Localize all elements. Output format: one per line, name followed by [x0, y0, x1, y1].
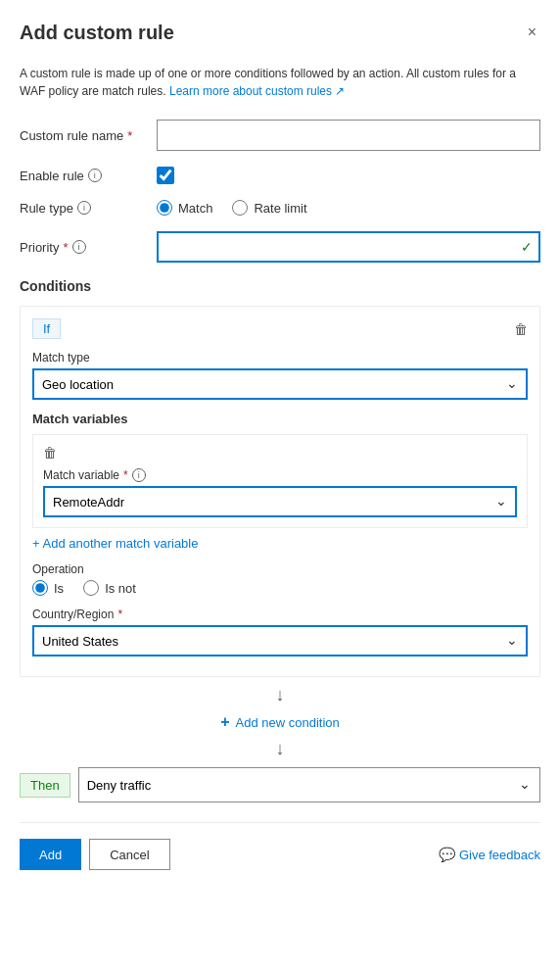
rule-type-match-radio[interactable] [157, 200, 172, 216]
custom-rule-name-input[interactable] [157, 120, 540, 151]
operation-radio-group: Is Is not [32, 580, 528, 596]
priority-label: Priority * i [20, 240, 157, 255]
description-text: A custom rule is made up of one or more … [20, 65, 540, 100]
custom-rule-name-row: Custom rule name * [20, 120, 540, 151]
match-variables-title: Match variables [32, 412, 528, 426]
country-region-field: Country/Region * United States Canada Un… [32, 608, 528, 656]
enable-rule-control [157, 167, 174, 184]
add-condition-plus-icon: + [220, 713, 229, 731]
add-button[interactable]: Add [20, 839, 81, 870]
then-section: Then Deny traffic Allow traffic Log [20, 767, 540, 802]
operation-is-label[interactable]: Is [32, 580, 64, 596]
rule-type-row: Rule type i Match Rate limit [20, 200, 540, 216]
dialog-title: Add custom rule [20, 22, 174, 44]
close-button[interactable]: × [524, 20, 540, 45]
rule-type-control: Match Rate limit [157, 200, 540, 216]
required-indicator: * [127, 128, 132, 143]
give-feedback-link[interactable]: 💬 Give feedback [439, 847, 540, 862]
then-action-select[interactable]: Deny traffic Allow traffic Log [78, 767, 540, 802]
then-action-select-wrapper: Deny traffic Allow traffic Log [78, 767, 540, 802]
if-block: If 🗑 Match type Geo location IP address … [20, 306, 540, 677]
if-header: If 🗑 [32, 318, 528, 339]
external-link-icon: ↗ [335, 84, 345, 98]
priority-input[interactable]: 12 [157, 231, 540, 263]
custom-rule-name-label: Custom rule name * [20, 128, 157, 143]
if-delete-icon[interactable]: 🗑 [514, 321, 528, 337]
operation-is-not-label[interactable]: Is not [83, 580, 136, 596]
add-custom-rule-dialog: Add custom rule × A custom rule is made … [0, 0, 560, 972]
enable-rule-label: Enable rule i [20, 169, 157, 183]
dialog-header: Add custom rule × [20, 20, 540, 45]
rule-type-rate-limit-label[interactable]: Rate limit [232, 200, 306, 216]
match-variable-delete-icon[interactable]: 🗑 [43, 445, 517, 461]
match-variable-item: 🗑 Match variable * i RemoteAddr RequestH… [32, 434, 528, 528]
arrow-connector-2: ↓ [20, 739, 540, 759]
footer-actions: Add Cancel [20, 839, 170, 870]
operation-section: Operation Is Is not [32, 562, 528, 596]
priority-info-icon[interactable]: i [72, 240, 86, 254]
country-region-select[interactable]: United States Canada United Kingdom Germ… [32, 625, 528, 656]
conditions-title: Conditions [20, 278, 540, 294]
priority-control: 12 ✓ [157, 231, 540, 263]
match-type-label: Match type [32, 351, 528, 364]
conditions-section: Conditions If 🗑 Match type Geo location … [20, 278, 540, 802]
match-variable-info-icon[interactable]: i [132, 468, 146, 482]
country-region-select-wrapper: United States Canada United Kingdom Germ… [32, 625, 528, 656]
match-type-select-wrapper: Geo location IP address HTTP header HTTP… [32, 368, 528, 400]
rule-type-match-label[interactable]: Match [157, 200, 212, 216]
arrow-down-icon: ↓ [276, 685, 285, 705]
rule-type-info-icon[interactable]: i [77, 201, 91, 215]
operation-is-radio[interactable] [32, 580, 48, 596]
rule-type-label: Rule type i [20, 201, 157, 216]
enable-rule-checkbox[interactable] [157, 167, 174, 184]
arrow-connector-1: ↓ [20, 685, 540, 705]
priority-row: Priority * i 12 ✓ [20, 231, 540, 263]
add-condition-button[interactable]: + Add new condition [20, 713, 540, 731]
cancel-button[interactable]: Cancel [89, 839, 169, 870]
country-region-label: Country/Region * [32, 608, 528, 621]
operation-label: Operation [32, 562, 528, 576]
then-badge: Then [20, 773, 70, 798]
learn-more-link[interactable]: Learn more about custom rules ↗ [169, 84, 345, 98]
rule-type-rate-limit-radio[interactable] [232, 200, 248, 216]
match-type-select[interactable]: Geo location IP address HTTP header HTTP… [32, 368, 528, 400]
feedback-icon: 💬 [439, 847, 455, 862]
if-badge: If [32, 318, 61, 339]
match-variable-select-wrapper: RemoteAddr RequestHeaders RequestUri Req… [43, 486, 517, 517]
dialog-footer: Add Cancel 💬 Give feedback [20, 822, 540, 886]
match-variable-select[interactable]: RemoteAddr RequestHeaders RequestUri Req… [43, 486, 517, 517]
custom-rule-name-control [157, 120, 540, 151]
enable-rule-row: Enable rule i [20, 167, 540, 184]
operation-is-not-radio[interactable] [83, 580, 99, 596]
match-variable-label: Match variable * i [43, 468, 517, 482]
match-variables-section: Match variables 🗑 Match variable * i Rem… [32, 412, 528, 656]
match-type-field: Match type Geo location IP address HTTP … [32, 351, 528, 400]
priority-check-icon: ✓ [521, 239, 533, 255]
arrow-down-icon-2: ↓ [276, 739, 285, 759]
enable-rule-info-icon[interactable]: i [88, 169, 102, 182]
priority-required: * [63, 240, 68, 255]
add-match-variable-link[interactable]: + Add another match variable [32, 536, 528, 551]
